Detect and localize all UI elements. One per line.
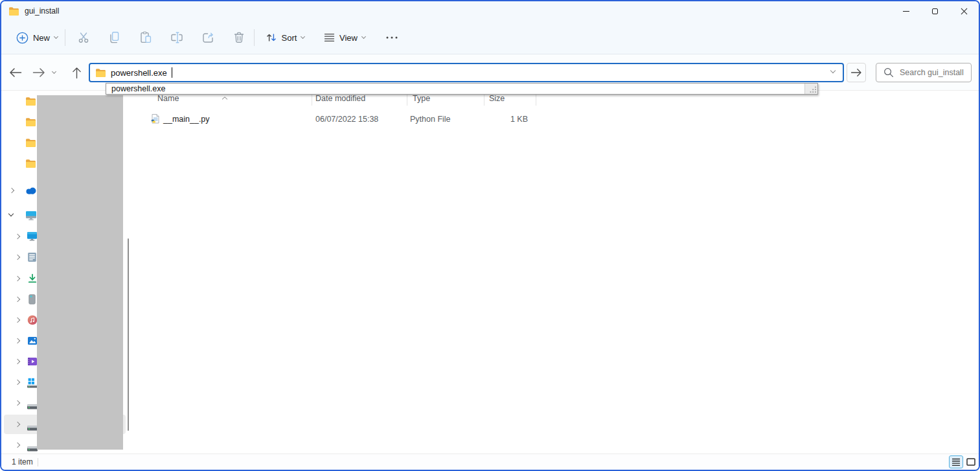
python-file-icon	[150, 113, 161, 126]
column-header-date-modified[interactable]: Date modified	[315, 94, 365, 103]
downloads-icon	[27, 273, 38, 286]
search-box[interactable]	[876, 63, 972, 82]
sort-button[interactable]: Sort	[260, 26, 310, 49]
chevron-right-icon[interactable]	[15, 276, 20, 281]
chevron-right-icon[interactable]	[15, 255, 20, 260]
close-button[interactable]	[950, 1, 979, 21]
search-icon	[883, 67, 894, 78]
column-divider[interactable]	[312, 95, 312, 106]
column-header-type[interactable]: Type	[413, 94, 430, 103]
column-header-size[interactable]: Size	[489, 94, 505, 103]
view-button[interactable]: View	[319, 26, 370, 49]
file-name: __main__.py	[163, 115, 210, 124]
forward-arrow-icon	[32, 67, 45, 78]
mobile-device-icon	[28, 294, 36, 307]
go-arrow-icon	[850, 68, 862, 77]
status-bar: 1 item	[1, 454, 979, 470]
rename-icon	[170, 30, 184, 45]
delete-icon	[232, 30, 246, 45]
large-icons-view-icon	[966, 458, 975, 466]
chevron-right-icon[interactable]	[15, 234, 20, 239]
file-list-pane: Name Date modified Type Size __main__.py…	[136, 91, 979, 454]
see-more-button[interactable]	[380, 26, 404, 49]
folder-icon	[25, 138, 36, 150]
column-divider[interactable]	[484, 95, 484, 106]
this-pc-icon	[25, 211, 37, 223]
share-icon	[201, 30, 215, 45]
window-controls	[891, 1, 979, 21]
address-bar[interactable]: powershell.exe	[89, 63, 844, 82]
folder-icon	[25, 117, 36, 129]
cut-button[interactable]	[72, 26, 95, 49]
up-button[interactable]	[67, 63, 85, 82]
chevron-right-icon[interactable]	[15, 297, 20, 302]
maximize-button[interactable]	[920, 1, 950, 21]
address-autocomplete-dropdown: powershell.exe	[106, 83, 818, 95]
chevron-right-icon[interactable]	[9, 188, 14, 193]
details-view-toggle[interactable]	[949, 455, 963, 468]
chevron-right-icon[interactable]	[15, 338, 20, 343]
column-divider[interactable]	[407, 95, 407, 106]
grip-dots-icon	[809, 86, 817, 93]
column-divider[interactable]	[536, 95, 536, 106]
documents-icon	[27, 252, 37, 265]
large-icons-view-toggle[interactable]	[964, 455, 977, 468]
paste-icon	[139, 30, 153, 45]
copy-button[interactable]	[103, 26, 126, 49]
recent-locations-button[interactable]	[49, 63, 59, 82]
music-icon	[27, 315, 38, 328]
status-separator	[38, 458, 38, 466]
ellipsis-icon	[386, 36, 398, 39]
new-button-label: New	[33, 33, 50, 43]
toolbar-separator	[254, 29, 255, 46]
back-arrow-icon	[9, 67, 22, 78]
chevron-down-icon	[361, 34, 366, 39]
back-button[interactable]	[6, 63, 25, 82]
details-view-icon	[952, 458, 961, 466]
file-date-modified: 06/07/2022 15:38	[315, 115, 378, 124]
new-button[interactable]: New	[9, 26, 65, 49]
onedrive-cloud-icon	[25, 185, 37, 197]
rename-button[interactable]	[165, 26, 188, 49]
up-arrow-icon	[72, 67, 82, 79]
address-input-text: powershell.exe	[111, 68, 167, 78]
file-row[interactable]: __main__.py 06/07/2022 15:38 Python File…	[136, 110, 979, 128]
file-explorer-window: gui_install New	[0, 0, 980, 471]
file-size: 1 KB	[484, 115, 532, 124]
delete-button[interactable]	[227, 26, 251, 49]
column-header-name[interactable]: Name	[157, 94, 179, 103]
view-button-label: View	[339, 33, 358, 43]
sidebar-scrollbar[interactable]	[128, 238, 129, 431]
folder-icon	[95, 68, 106, 77]
chevron-right-icon[interactable]	[15, 359, 20, 364]
redaction-overlay	[37, 95, 123, 450]
chevron-down-icon[interactable]	[8, 211, 14, 216]
copy-icon	[108, 30, 122, 45]
window-title: gui_install	[25, 6, 59, 16]
titlebar[interactable]: gui_install	[1, 1, 979, 21]
chevron-down-icon	[54, 34, 58, 39]
forward-button[interactable]	[30, 63, 48, 82]
text-cursor	[172, 67, 172, 78]
chevron-right-icon[interactable]	[15, 400, 20, 406]
chevron-right-icon[interactable]	[15, 380, 20, 385]
paste-button[interactable]	[134, 26, 157, 49]
chevron-right-icon[interactable]	[15, 317, 20, 323]
folder-icon	[25, 159, 36, 170]
file-type: Python File	[410, 115, 451, 124]
item-count: 1 item	[12, 457, 33, 466]
chevron-right-icon[interactable]	[15, 422, 20, 427]
chevron-right-icon[interactable]	[15, 442, 20, 448]
minimize-icon	[903, 11, 909, 12]
maximize-icon	[932, 8, 938, 14]
search-input[interactable]	[900, 68, 971, 77]
go-to-button[interactable]	[847, 63, 866, 82]
sidebar	[1, 91, 136, 454]
minimize-button[interactable]	[891, 1, 920, 21]
plus-circle-icon	[16, 32, 28, 44]
address-dropdown-chevron-icon[interactable]	[830, 68, 836, 73]
desktop-icon	[27, 231, 38, 244]
dropdown-resize-grip[interactable]	[804, 84, 817, 94]
autocomplete-suggestion[interactable]: powershell.exe	[106, 84, 817, 94]
share-button[interactable]	[196, 26, 220, 49]
